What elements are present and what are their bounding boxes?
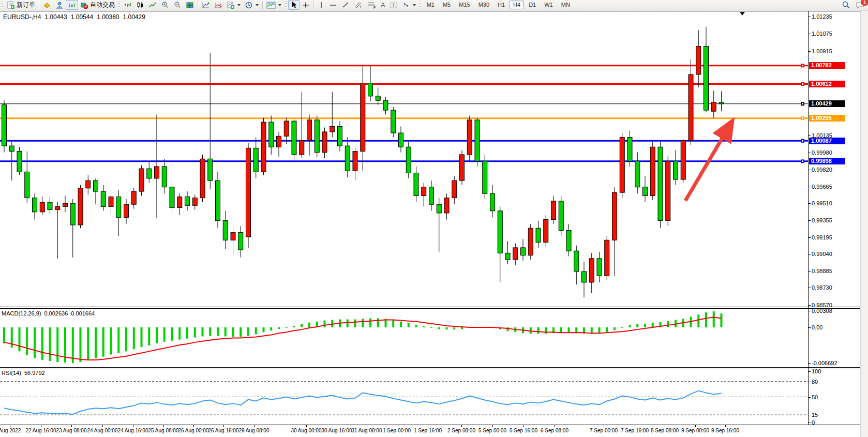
- text-button[interactable]: A: [379, 0, 387, 10]
- time-tick-label[interactable]: 25 Aug 08:00: [148, 428, 179, 433]
- auto-trading-button[interactable]: 自动交易: [78, 0, 117, 10]
- text-label-button[interactable]: T: [387, 0, 400, 10]
- time-tick-label[interactable]: 22 Aug 16:00: [26, 428, 56, 433]
- time-tick-label[interactable]: 31 Aug 08:00: [352, 428, 382, 433]
- candle-body: [704, 47, 709, 111]
- macd-histogram-bar: [263, 327, 265, 332]
- candle-body: [170, 187, 174, 208]
- periods-button[interactable]: [243, 0, 261, 10]
- time-tick-label[interactable]: 1 Sep 16:00: [414, 428, 442, 433]
- macd-histogram-bar: [377, 318, 379, 327]
- timeframe-button-m15[interactable]: M15: [455, 1, 473, 9]
- time-tick-label[interactable]: 24 Aug 00:00: [87, 428, 118, 433]
- objects-button[interactable]: [212, 0, 225, 10]
- profile-icon: [55, 1, 64, 9]
- time-tick-label[interactable]: 7 Sep 00:00: [590, 428, 618, 433]
- toolbar-grip[interactable]: [285, 2, 287, 8]
- zoom-out-button[interactable]: [171, 0, 184, 10]
- line-chart-icon: [148, 1, 157, 9]
- line-chart-button[interactable]: [146, 0, 159, 10]
- main-price-pane[interactable]: [0, 11, 808, 307]
- time-tick-label[interactable]: 5 Sep 00:00: [478, 428, 506, 433]
- zoom-in-button[interactable]: [159, 0, 171, 10]
- timeframe-button-d1[interactable]: D1: [525, 1, 540, 9]
- time-tick-label[interactable]: 26 Aug 16:00: [208, 428, 239, 433]
- candle-body: [589, 259, 594, 282]
- rsi-tick-label: 50: [812, 394, 818, 400]
- data-window-button[interactable]: [53, 0, 66, 10]
- time-tick-label[interactable]: 30 Aug 00:00: [291, 428, 322, 433]
- time-tick: [41, 425, 41, 427]
- chart-window[interactable]: EURUSD-,H4 1.00443 1.00544 1.00360 1.004…: [0, 10, 868, 437]
- candle-body: [40, 202, 44, 212]
- time-tick-label[interactable]: 1 Sep 00:00: [383, 428, 411, 433]
- candle-body: [505, 253, 510, 260]
- arrows-button[interactable]: [400, 0, 418, 10]
- time-tick-label[interactable]: 2 Sep 08:00: [447, 428, 475, 433]
- price-tag-1.00782: 1.00782: [809, 62, 845, 69]
- candle-body: [452, 180, 457, 198]
- bar-chart-button[interactable]: [122, 0, 134, 10]
- time-tick-label[interactable]: 9 Sep 16:00: [711, 428, 739, 433]
- macd-histogram-bar: [430, 327, 432, 328]
- tile-windows-button[interactable]: [184, 0, 196, 10]
- new-order-button[interactable]: 新订单: [5, 0, 37, 10]
- crosshair-button[interactable]: [300, 0, 312, 10]
- equidistant-channel-button[interactable]: E: [352, 0, 365, 10]
- rsi-tick: [809, 397, 811, 398]
- time-tick-label[interactable]: 29 Aug 08:00: [239, 428, 270, 433]
- templates-button[interactable]: [264, 0, 283, 10]
- time-tick-label[interactable]: Aug 2022: [0, 428, 21, 433]
- toolbar-grip[interactable]: [118, 2, 120, 8]
- main-macd-separator[interactable]: [0, 307, 868, 307]
- timeframe-button-h1[interactable]: H1: [494, 1, 508, 9]
- trendline-button[interactable]: [339, 0, 352, 10]
- time-tick: [337, 425, 337, 427]
- level-line-anchor-dot: [802, 160, 803, 162]
- time-tick-label[interactable]: 7 Sep 16:00: [621, 428, 649, 433]
- timeframe-button-mn[interactable]: MN: [558, 1, 574, 9]
- notifications-button[interactable]: 1: [856, 1, 865, 9]
- fibonacci-button[interactable]: F: [365, 0, 379, 10]
- timeframe-button-m30[interactable]: M30: [475, 1, 493, 9]
- time-tick-label[interactable]: 24 Aug 16:00: [118, 428, 148, 433]
- time-tick-label[interactable]: 30 Aug 16:00: [322, 428, 352, 433]
- search-icon[interactable]: [842, 1, 850, 9]
- signals-button[interactable]: [66, 0, 78, 10]
- timeframe-button-h4[interactable]: H4: [510, 1, 524, 9]
- timeframe-button-w1[interactable]: W1: [541, 1, 557, 9]
- vertical-line-button[interactable]: [316, 0, 327, 10]
- macd-pane[interactable]: [0, 309, 808, 367]
- cursor-button[interactable]: [288, 0, 300, 10]
- rsi-pane[interactable]: [0, 368, 808, 424]
- macd-histogram-bar: [415, 325, 417, 327]
- rsi-tick-label: 0: [812, 419, 815, 426]
- timeframe-button-m5[interactable]: M5: [439, 1, 454, 9]
- macd-histogram-bar: [286, 327, 288, 328]
- market-watch-button[interactable]: [41, 0, 53, 10]
- time-tick-label[interactable]: 26 Aug 00:00: [178, 428, 209, 433]
- time-tick-label[interactable]: 8 Sep 08:00: [651, 428, 679, 433]
- rsi-line: [4, 391, 722, 415]
- toolbar-grip[interactable]: [419, 2, 421, 8]
- crosshair-icon: [302, 1, 310, 9]
- macd-rsi-separator[interactable]: [0, 367, 868, 368]
- candle-body: [185, 197, 190, 206]
- clock-icon: [245, 1, 253, 9]
- time-tick-label[interactable]: 23 Aug 08:00: [56, 428, 87, 433]
- macd-tick: [809, 327, 811, 328]
- horizontal-line-button[interactable]: [327, 0, 339, 10]
- price-tick-label: 1.01235: [812, 13, 832, 20]
- timeframe-button-m1[interactable]: M1: [423, 1, 438, 9]
- toolbar-grip[interactable]: [1, 2, 3, 8]
- macd-histogram-bar: [171, 327, 173, 341]
- time-tick-label[interactable]: 5 Sep 16:00: [510, 428, 537, 433]
- time-tick-label[interactable]: 9 Sep 00:00: [681, 428, 709, 433]
- add-indicator-button[interactable]: [225, 0, 243, 10]
- indicators-button[interactable]: [200, 0, 212, 10]
- macd-tick-label: 0.00308: [812, 308, 832, 314]
- price-tick: [809, 203, 811, 204]
- candlestick-chart-button[interactable]: [134, 0, 146, 10]
- candle-body: [444, 198, 449, 213]
- time-tick-label[interactable]: 6 Sep 08:00: [541, 428, 568, 433]
